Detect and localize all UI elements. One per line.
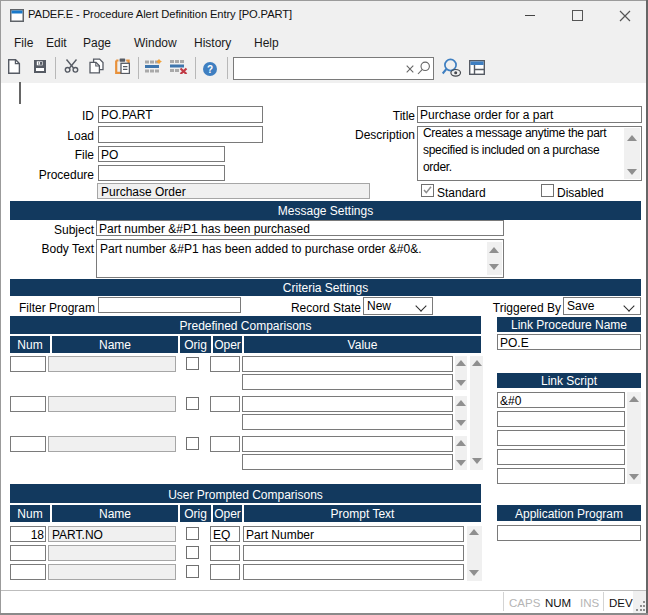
svg-text:?: ?: [207, 64, 213, 75]
